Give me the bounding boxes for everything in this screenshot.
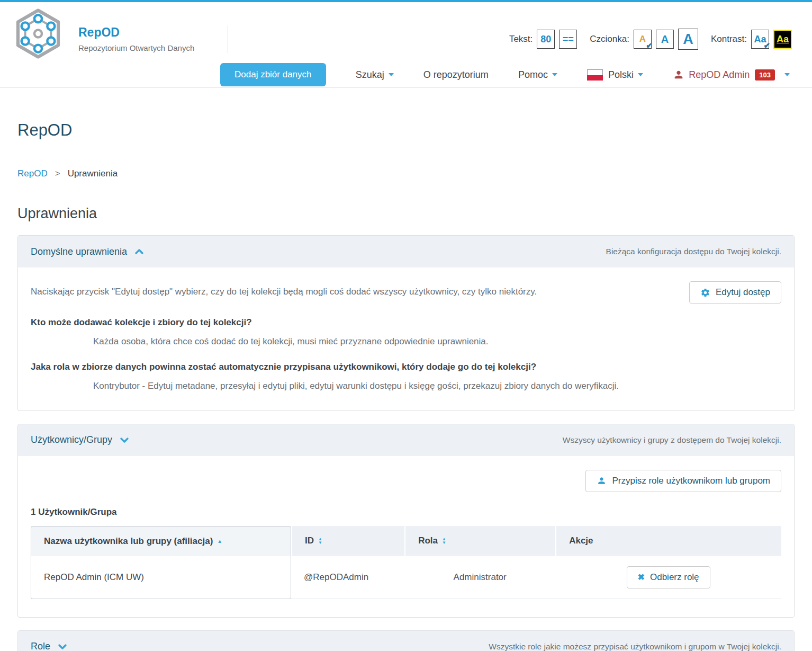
- user-menu[interactable]: RepOD Admin 103: [673, 69, 790, 81]
- main-content: RepOD RepOD > Uprawnienia Uprawnienia Do…: [0, 121, 812, 651]
- assign-roles-button[interactable]: Przypisz role użytkownikom lub grupom: [585, 470, 781, 492]
- answer-who-can-add: Każda osoba, która chce coś dodać do tej…: [93, 335, 781, 348]
- user-name: RepOD Admin: [689, 69, 750, 81]
- panel-subtitle: Wszyscy użytkownicy i grupy z dostępem d…: [563, 435, 781, 445]
- add-dataset-button[interactable]: Dodaj zbiór danych: [220, 63, 326, 86]
- contrast-label: Kontrast:: [711, 34, 747, 44]
- nav-help[interactable]: Pomoc: [518, 69, 557, 81]
- question-who-can-add: Kto może dodawać kolekcje i zbiory do te…: [31, 317, 781, 328]
- edit-access-button[interactable]: Edytuj dostęp: [689, 281, 781, 304]
- notification-badge: 103: [755, 69, 775, 81]
- intro-text: Naciskając przycisk "Edytuj dostęp" wybi…: [31, 286, 537, 298]
- cell-user-name: RepOD Admin (ICM UW): [31, 556, 291, 599]
- breadcrumb: RepOD > Uprawnienia: [17, 168, 795, 179]
- repod-logo[interactable]: [15, 8, 61, 59]
- contrast-normal-button[interactable]: Aa ✔: [751, 30, 769, 49]
- roles-header[interactable]: Role Wszystkie role jakie możesz przypis…: [18, 631, 794, 651]
- question-auto-role: Jaka rola w zbiorze danych powinna zosta…: [31, 362, 781, 372]
- sort-ascending-icon: ▲: [217, 538, 222, 544]
- answer-auto-role: Kontrybutor - Edytuj metadane, przesyłaj…: [93, 380, 781, 393]
- chevron-down-icon: [638, 73, 643, 76]
- column-header-actions: Akcje: [555, 526, 781, 556]
- sort-icon: ▲▼: [442, 537, 446, 545]
- roles-panel: Role Wszystkie role jakie możesz przypis…: [17, 630, 795, 651]
- column-header-name[interactable]: Nazwa użytkownika lub grupy (afiliacja) …: [31, 526, 291, 556]
- font-medium-button[interactable]: A: [656, 30, 674, 49]
- panel-title: Role: [31, 641, 50, 651]
- users-groups-header[interactable]: Użytkownicy/Grupy Wszyscy użytkownicy i …: [18, 424, 794, 456]
- font-large-button[interactable]: A: [678, 29, 698, 50]
- accessibility-toolbar: Tekst: 80 == Czcionka: A ✔ A A Kontrast:…: [509, 29, 792, 50]
- contrast-high-button[interactable]: Aa: [773, 30, 792, 49]
- default-permissions-panel: Domyślne uprawnienia Bieżąca konfiguracj…: [17, 235, 795, 411]
- page-heading: Uprawnienia: [17, 206, 795, 222]
- user-icon: [597, 476, 607, 486]
- check-icon: ✔: [646, 41, 653, 50]
- chevron-down-icon[interactable]: [58, 644, 67, 650]
- language-selector[interactable]: Polski: [587, 69, 643, 81]
- breadcrumb-root-link[interactable]: RepOD: [17, 168, 48, 179]
- chevron-down-icon[interactable]: [120, 437, 129, 443]
- font-default-button[interactable]: A ✔: [634, 30, 652, 49]
- default-permissions-header[interactable]: Domyślne uprawnienia Bieżąca konfiguracj…: [18, 236, 794, 267]
- nav-about[interactable]: O repozytorium: [423, 69, 489, 81]
- nav-search[interactable]: Szukaj: [356, 69, 394, 81]
- breadcrumb-current: Uprawnienia: [68, 168, 118, 179]
- breadcrumb-separator: >: [55, 168, 60, 179]
- font-label: Czcionka:: [590, 34, 629, 44]
- table-header-row: Nazwa użytkownika lub grupy (afiliacja) …: [31, 526, 781, 556]
- cell-user-role: Administrator: [404, 556, 555, 599]
- text-size-reset-button[interactable]: ==: [559, 30, 577, 49]
- column-header-role[interactable]: Rola ▲▼: [404, 526, 555, 556]
- hexagon-logo-icon: [15, 8, 61, 59]
- sort-icon: ▲▼: [318, 537, 322, 545]
- users-groups-panel: Użytkownicy/Grupy Wszyscy użytkownicy i …: [17, 424, 795, 618]
- users-table: Nazwa użytkownika lub grupy (afiliacja) …: [31, 526, 781, 599]
- close-icon: ✖: [638, 572, 645, 582]
- header-divider: [228, 25, 228, 53]
- panel-title: Domyślne uprawnienia: [31, 246, 127, 257]
- brand-text: RepOD Repozytorium Otwartych Danych: [78, 25, 194, 52]
- cell-actions: ✖ Odbierz rolę: [555, 556, 781, 599]
- user-icon: [673, 69, 684, 81]
- chevron-up-icon[interactable]: [134, 248, 144, 255]
- gear-icon: [700, 288, 710, 298]
- table-row: RepOD Admin (ICM UW) @RepODAdmin Adminis…: [31, 556, 781, 599]
- text-size-label: Tekst:: [509, 34, 533, 44]
- poland-flag-icon: [587, 69, 603, 81]
- revoke-role-button[interactable]: ✖ Odbierz rolę: [627, 566, 710, 588]
- panel-subtitle: Bieżąca konfiguracja dostępu do Twojej k…: [606, 247, 781, 256]
- cell-user-id: @RepODAdmin: [291, 556, 404, 599]
- page-title: RepOD: [17, 121, 795, 140]
- default-permissions-body: Naciskając przycisk "Edytuj dostęp" wybi…: [18, 267, 794, 411]
- users-groups-body: Przypisz role użytkownikom lub grupom 1 …: [18, 456, 794, 617]
- chevron-down-icon: [552, 73, 557, 76]
- users-count: 1 Użytkownik/Grupa: [31, 507, 781, 518]
- check-icon: ✔: [763, 41, 770, 50]
- brand-subtitle: Repozytorium Otwartych Danych: [78, 43, 194, 52]
- brand-title[interactable]: RepOD: [78, 25, 194, 40]
- chevron-down-icon: [784, 73, 790, 76]
- column-header-id[interactable]: ID ▲▼: [291, 526, 404, 556]
- main-nav: Dodaj zbiór danych Szukaj O repozytorium…: [220, 63, 790, 87]
- chevron-down-icon: [389, 73, 394, 76]
- text-size-value-button[interactable]: 80: [537, 30, 555, 49]
- panel-subtitle: Wszystkie role jakie możesz przypisać uż…: [489, 642, 781, 651]
- site-header: RepOD Repozytorium Otwartych Danych Teks…: [0, 2, 812, 88]
- panel-title: Użytkownicy/Grupy: [31, 434, 112, 445]
